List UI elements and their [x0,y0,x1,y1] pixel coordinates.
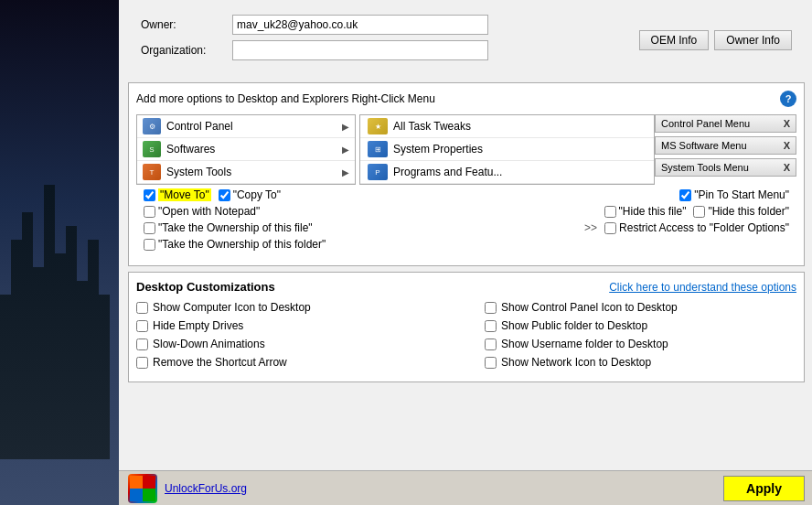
dc-network-icon-label: Show Network Icon to Desktop [501,356,651,369]
tree-label-cp: Control Panel [166,120,342,133]
owner-row: Owner: [141,15,639,35]
rcm-content: ⚙ Control Panel ▶ S Softwares ▶ T System… [136,114,796,185]
remove-panel: Control Panel Menu X MS Software Menu X … [655,114,796,185]
svg-rect-3 [143,489,155,501]
cb-row-3: "Take the Ownership of this file" >> Res… [144,221,789,234]
cb-ownership-file[interactable]: "Take the Ownership of this file" [144,221,313,234]
tweak-programs[interactable]: P Programs and Featu... [360,161,654,184]
cb-hide-file[interactable]: "Hide this file" [604,205,687,218]
cb-row-4: "Take the Ownership of this folder" [144,238,789,251]
arrow-sw: ▶ [342,145,349,155]
remove-st-x[interactable]: X [784,162,790,173]
dc-computer-icon: Show Computer Icon to Desktop [136,301,448,314]
dc-slow-animations: Slow-Down Animations [136,338,448,350]
owner-label: Owner: [141,18,232,31]
dc-hide-drives: Hide Empty Drives [136,319,448,332]
logo-area: UnlockForUs.org [128,474,247,503]
cb-open-notepad-input[interactable] [144,206,155,218]
desktop-title: Desktop Customizations [136,280,275,294]
svg-rect-2 [130,489,143,501]
tree-label-sw: Softwares [166,143,342,156]
dc-hide-drives-cb[interactable] [136,320,148,332]
help-icon[interactable]: ? [780,91,796,107]
remove-st-label: System Tools Menu [661,162,749,173]
tweak-system-props[interactable]: ⊞ System Properties [360,138,654,161]
cb-open-notepad[interactable]: "Open with Notepad" [144,205,260,218]
cb-hide-file-label: "Hide this file" [619,205,687,218]
tree-item-softwares[interactable]: S Softwares ▶ [137,138,355,161]
dc-computer-icon-label: Show Computer Icon to Desktop [153,301,311,314]
oem-buttons-group: OEM Info Owner Info [639,30,792,50]
org-label: Organization: [141,44,232,57]
dc-network-icon-cb[interactable] [485,357,497,369]
tree-item-control-panel[interactable]: ⚙ Control Panel ▶ [137,115,355,138]
cb-hide-folder[interactable]: "Hide this folder" [693,205,789,218]
arrow-st: ▶ [342,167,349,177]
cb-copy-to-input[interactable] [219,189,230,201]
cb-pin-start[interactable]: "Pin To Start Menu" [679,188,789,201]
dc-username-folder: Show Username folder to Desktop [485,338,796,350]
dc-shortcut-arrow: Remove the Shortcut Arrow [136,356,448,369]
logo-icon [128,474,157,503]
rcm-title-row: Add more options to Desktop and Explorer… [136,91,796,107]
tweak-label-2: Programs and Featu... [393,166,502,178]
tweak-all-tasks[interactable]: ★ All Task Tweaks [360,115,654,138]
owner-info-button[interactable]: Owner Info [714,30,792,50]
dc-username-folder-label: Show Username folder to Desktop [501,338,668,350]
dc-username-folder-cb[interactable] [485,338,497,350]
cb-row-2: "Open with Notepad" "Hide this file" "Hi… [144,205,789,218]
dc-public-folder-cb[interactable] [485,320,497,332]
cb-copy-to[interactable]: "Copy To" [219,188,281,201]
desktop-left-col: Show Computer Icon to Desktop Hide Empty… [136,301,448,374]
understand-link[interactable]: Click here to understand these options [609,281,796,294]
apply-button[interactable]: Apply [723,476,805,501]
cb-ownership-folder[interactable]: "Take the Ownership of this folder" [144,238,326,251]
cb-restrict-folder-input[interactable] [604,222,616,234]
cb-ownership-file-label: "Take the Ownership of this file" [158,221,313,234]
dc-hide-drives-label: Hide Empty Drives [153,319,243,332]
remove-cp-x[interactable]: X [784,118,790,129]
dc-control-panel-icon: Show Control Panel Icon to Desktop [485,301,796,314]
dc-slow-animations-label: Slow-Down Animations [153,338,265,350]
dc-public-folder: Show Public folder to Desktop [485,319,796,332]
cb-move-to[interactable]: "Move To" [144,188,211,201]
remove-control-panel-btn[interactable]: Control Panel Menu X [655,114,796,133]
oem-info-button[interactable]: OEM Info [639,30,710,50]
desktop-section: Desktop Customizations Click here to und… [128,272,805,382]
dc-control-panel-cb[interactable] [485,302,497,314]
dc-shortcut-arrow-cb[interactable] [136,357,148,369]
cb-restrict-folder[interactable]: Restrict Access to "Folder Options" [604,221,789,234]
remove-ms-software-btn[interactable]: MS Software Menu X [655,136,796,155]
cb-hide-folder-label: "Hide this folder" [708,205,789,218]
dc-public-folder-label: Show Public folder to Desktop [501,319,647,332]
svg-rect-1 [143,476,155,489]
control-panel-icon: ⚙ [143,118,161,134]
cb-hide-file-input[interactable] [604,206,616,218]
tree-item-system-tools[interactable]: T System Tools ▶ [137,161,355,184]
tree-label-st: System Tools [166,166,342,178]
cb-hide-folder-input[interactable] [693,206,705,218]
rcm-section: Add more options to Desktop and Explorer… [128,82,805,266]
checkboxes-section: "Move To" "Copy To" "Pin To Start Menu" [136,185,796,258]
remove-ms-x[interactable]: X [784,140,790,151]
cb-ownership-folder-label: "Take the Ownership of this folder" [158,238,326,251]
logo-link[interactable]: UnlockForUs.org [165,482,247,495]
dc-slow-animations-cb[interactable] [136,338,148,350]
owner-input[interactable] [232,15,488,35]
cb-ownership-file-input[interactable] [144,222,155,234]
dc-computer-icon-cb[interactable] [136,302,148,314]
dc-control-panel-label: Show Control Panel Icon to Desktop [501,301,678,314]
cb-move-to-input[interactable] [144,189,155,201]
remove-system-tools-btn[interactable]: System Tools Menu X [655,158,796,177]
remove-ms-label: MS Software Menu [661,140,747,151]
desktop-options: Show Computer Icon to Desktop Hide Empty… [136,301,796,374]
cb-ownership-folder-input[interactable] [144,239,155,251]
system-tools-icon: T [143,164,161,180]
owner-fields: Owner: Organization: [141,15,639,66]
cb-pin-start-input[interactable] [679,189,691,201]
arrow-cp: ▶ [342,122,349,132]
rcm-title: Add more options to Desktop and Explorer… [136,92,435,105]
org-input[interactable] [232,40,488,60]
cb-open-notepad-label: "Open with Notepad" [158,205,260,218]
desktop-header: Desktop Customizations Click here to und… [136,280,796,294]
